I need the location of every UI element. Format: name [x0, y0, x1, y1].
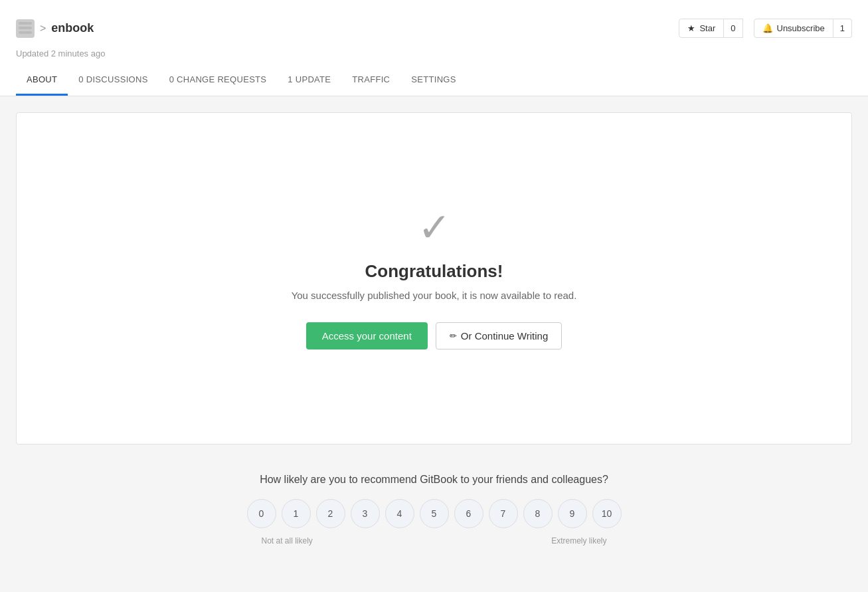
action-buttons: Access your content ✏ Or Continue Writin… — [306, 322, 563, 349]
unsubscribe-count: 1 — [833, 19, 852, 38]
nps-section: How likely are you to recommend GitBook … — [16, 460, 852, 572]
pencil-icon: ✏ — [450, 331, 457, 341]
unsubscribe-label: Unsubscribe — [777, 23, 825, 33]
bell-icon: 🔔 — [762, 23, 773, 33]
nps-7[interactable]: 7 — [489, 499, 518, 528]
nps-6[interactable]: 6 — [454, 499, 483, 528]
nps-label-right: Extremely likely — [551, 536, 606, 545]
congratulations-subtitle: You successfully published your book, it… — [292, 290, 577, 301]
continue-writing-button[interactable]: ✏ Or Continue Writing — [436, 322, 562, 349]
main-content: ✓ Congratulations! You successfully publ… — [0, 96, 868, 588]
star-button[interactable]: ★ Star — [679, 19, 724, 38]
nps-labels: Not at all likely Extremely likely — [262, 536, 607, 545]
tab-about[interactable]: ABOUT — [16, 64, 68, 96]
tab-discussions[interactable]: 0 DISCUSSIONS — [68, 64, 158, 96]
nps-question: How likely are you to recommend GitBook … — [260, 474, 608, 486]
star-count: 0 — [724, 19, 742, 38]
nps-9[interactable]: 9 — [558, 499, 587, 528]
nps-2[interactable]: 2 — [316, 499, 345, 528]
tab-update[interactable]: 1 UPDATE — [277, 64, 341, 96]
nps-1[interactable]: 1 — [282, 499, 311, 528]
nps-4[interactable]: 4 — [385, 499, 414, 528]
checkmark-icon: ✓ — [418, 208, 451, 248]
continue-writing-label: Or Continue Writing — [461, 330, 548, 342]
nps-10[interactable]: 10 — [592, 499, 622, 528]
page-header: > enbook ★ Star 0 🔔 Unsubscribe 1 Update… — [0, 0, 868, 96]
tab-settings[interactable]: SETTINGS — [400, 64, 466, 96]
header-actions: ★ Star 0 🔔 Unsubscribe 1 — [679, 11, 852, 46]
breadcrumb-repo-name[interactable]: enbook — [51, 21, 94, 35]
tab-traffic[interactable]: TRAFFIC — [341, 64, 400, 96]
updated-timestamp: Updated 2 minutes ago — [16, 49, 852, 64]
congratulations-title: Congratulations! — [365, 261, 503, 282]
nps-8[interactable]: 8 — [523, 499, 553, 528]
star-label: Star — [699, 23, 715, 33]
star-icon: ★ — [687, 23, 695, 33]
unsubscribe-button[interactable]: 🔔 Unsubscribe — [754, 19, 833, 38]
tab-change-requests[interactable]: 0 CHANGE REQUESTS — [159, 64, 278, 96]
nps-5[interactable]: 5 — [420, 499, 449, 528]
unsubscribe-button-group: 🔔 Unsubscribe 1 — [748, 19, 853, 38]
nps-3[interactable]: 3 — [351, 499, 380, 528]
success-card: ✓ Congratulations! You successfully publ… — [16, 112, 852, 444]
star-button-group: ★ Star 0 — [679, 19, 742, 38]
nps-label-left: Not at all likely — [262, 536, 313, 545]
breadcrumb: > enbook ★ Star 0 🔔 Unsubscribe 1 — [16, 0, 852, 49]
org-avatar[interactable] — [16, 19, 35, 38]
nav-tabs: ABOUT 0 DISCUSSIONS 0 CHANGE REQUESTS 1 … — [16, 64, 852, 96]
breadcrumb-separator: > — [40, 23, 46, 35]
access-content-button[interactable]: Access your content — [306, 322, 428, 349]
nps-number-row: 0 1 2 3 4 5 6 7 8 9 10 — [247, 499, 622, 528]
nps-0[interactable]: 0 — [247, 499, 276, 528]
